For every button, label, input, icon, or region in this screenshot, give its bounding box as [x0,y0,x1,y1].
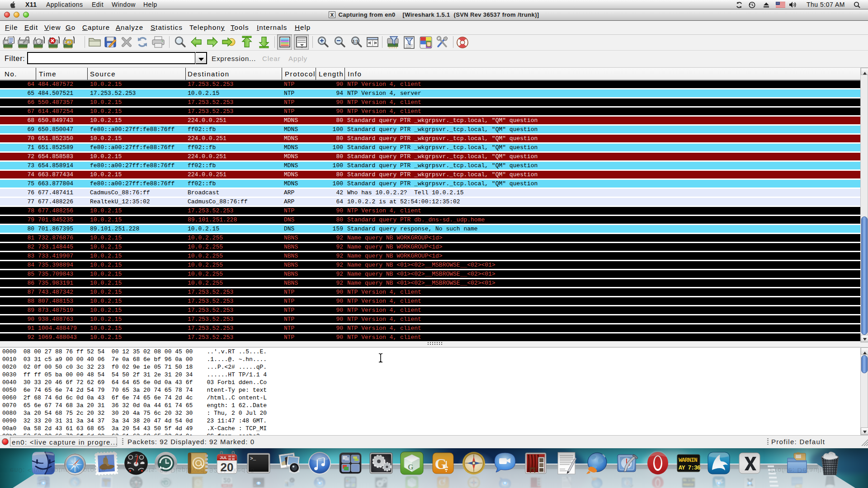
svg-text:N: N [74,457,76,460]
svg-text:>_: >_ [250,456,256,461]
svg-text:JUL: JUL [220,455,228,460]
svg-text:AY 7:36: AY 7:36 [683,478,695,482]
svg-text:WARNIN: WARNIN [683,483,693,486]
svg-text:G: G [410,478,413,483]
svg-text:N: N [75,484,76,486]
svg-text:1:1: 1:1 [352,39,358,43]
svg-text:WARNIN: WARNIN [679,457,697,464]
svg-text:X: X [330,12,334,18]
svg-text:20: 20 [223,477,231,484]
svg-text:JUL: JUL [223,484,227,487]
